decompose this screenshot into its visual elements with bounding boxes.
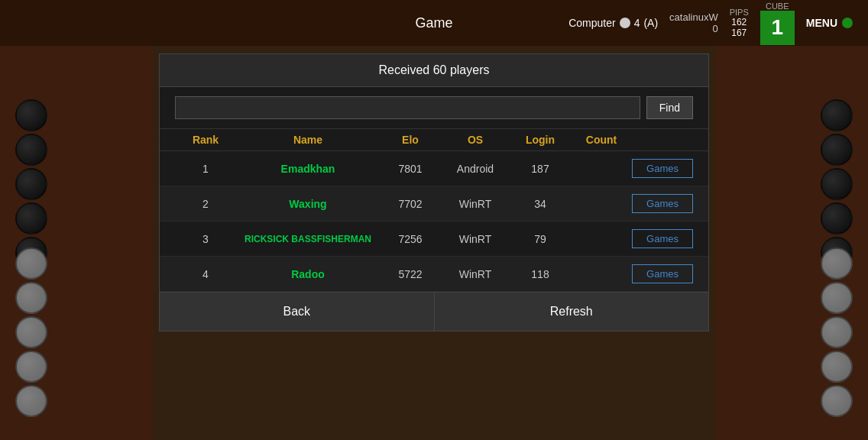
modal-header: Received 60 players [160,54,708,87]
modal-footer: Back Refresh [160,292,708,331]
elo-cell: 7702 [380,198,441,210]
os-cell: WinRT [441,268,510,280]
login-cell: 118 [510,268,571,280]
col-login: Login [510,134,571,146]
turns-label: (A) [643,17,658,29]
board-background: Game Computer 4 (A) catalinuxW 0 PIPS 16… [0,0,868,440]
top-bar: Game Computer 4 (A) catalinuxW 0 PIPS 16… [0,0,868,46]
player-label: catalinuxW [669,11,718,23]
cube-label-text: CUBE 1 [760,2,795,45]
table-row: 1 Emadkhan 7801 Android 187 Games [160,151,708,186]
col-elo: Elo [380,134,441,146]
col-games [632,134,693,146]
games-button[interactable]: Games [632,229,693,248]
pips-section: PIPS 162 167 [730,8,749,38]
games-button[interactable]: Games [632,264,693,283]
os-cell: WinRT [441,198,510,210]
game-title: Game [415,15,452,31]
cube-label: CUBE [760,2,795,11]
pips-computer: 162 [730,17,749,28]
pips-label: PIPS [730,8,749,17]
refresh-button[interactable]: Refresh [435,293,709,331]
menu-label: MENU [806,17,837,29]
computer-label: Computer [568,17,615,29]
computer-score: 4 [634,17,640,29]
col-count: Count [571,134,632,146]
cube-value: 1 [760,11,795,45]
games-button[interactable]: Games [632,194,693,213]
elo-cell: 7256 [380,233,441,245]
modal-title: Received 60 players [379,63,490,76]
search-input[interactable] [175,96,640,119]
col-rank: Rank [175,134,236,146]
rank-cell: 2 [175,198,236,210]
table-header: Rank Name Elo OS Login Count [160,129,708,151]
computer-dot [620,18,630,28]
col-os: OS [441,134,510,146]
login-cell: 79 [510,233,571,245]
col-name: Name [236,134,380,146]
login-cell: 34 [510,198,571,210]
modal-overlay: Received 60 players Find Rank Name Elo O… [0,46,868,440]
players-table-body: 1 Emadkhan 7801 Android 187 Games 2 Waxi… [160,151,708,292]
top-bar-right: Computer 4 (A) catalinuxW 0 PIPS 162 167… [568,2,853,45]
table-row: 2 Waxing 7702 WinRT 34 Games [160,186,708,222]
player-info: catalinuxW 0 [669,11,718,34]
modal-search-area: Find [160,87,708,129]
name-cell: Waxing [236,198,380,210]
elo-cell: 7801 [380,163,441,175]
name-cell: Radoo [236,268,380,280]
menu-dot-icon [842,18,853,28]
rank-cell: 4 [175,268,236,280]
elo-cell: 5722 [380,268,441,280]
login-cell: 187 [510,163,571,175]
menu-button[interactable]: MENU [806,17,853,29]
table-row: 4 Radoo 5722 WinRT 118 Games [160,257,708,292]
os-cell: Android [441,163,510,175]
players-modal: Received 60 players Find Rank Name Elo O… [159,53,709,332]
rank-cell: 1 [175,163,236,175]
rank-cell: 3 [175,233,236,245]
computer-info: Computer 4 (A) [568,17,658,29]
os-cell: WinRT [441,233,510,245]
name-cell: Emadkhan [236,163,380,175]
player-score: 0 [669,23,718,34]
back-button[interactable]: Back [160,293,435,331]
find-button[interactable]: Find [646,96,693,119]
pips-player: 167 [730,28,749,38]
table-row: 3 RICKSICK BASSFISHERMAN 7256 WinRT 79 G… [160,222,708,257]
name-cell: RICKSICK BASSFISHERMAN [236,234,380,244]
games-button[interactable]: Games [632,159,693,178]
